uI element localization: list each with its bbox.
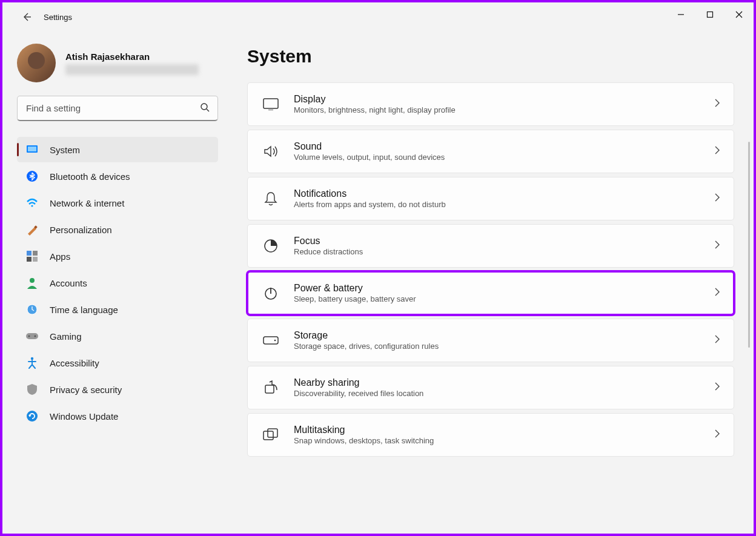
card-title: Notifications [294,188,714,199]
chevron-right-icon [714,288,720,299]
page-title: System [247,46,734,67]
svg-point-18 [27,411,38,422]
card-sound[interactable]: Sound Volume levels, output, input, soun… [247,130,734,173]
sidebar-item-accounts[interactable]: Accounts [17,270,218,296]
card-desc: Volume levels, output, input, sound devi… [294,153,714,162]
main-content: System Display Monitors, brightness, nig… [233,31,754,534]
svg-rect-7 [27,251,31,256]
svg-point-11 [30,278,35,283]
sidebar-item-system[interactable]: System [17,137,218,162]
card-notifications[interactable]: Notifications Alerts from apps and syste… [247,177,734,220]
sidebar-item-bluetooth[interactable]: Bluetooth & devices [17,164,218,189]
search-wrapper [17,96,218,121]
svg-point-5 [31,205,33,207]
settings-cards: Display Monitors, brightness, night ligh… [247,82,734,457]
sidebar-item-update[interactable]: Windows Update [17,403,218,429]
close-icon [735,11,743,18]
person-icon [25,276,39,290]
svg-rect-9 [27,257,31,262]
svg-point-1 [201,104,207,110]
sidebar-item-accessibility[interactable]: Accessibility [17,350,218,376]
svg-point-23 [274,340,276,342]
shield-icon [25,383,39,396]
close-button[interactable] [724,2,754,27]
scrollbar[interactable] [748,142,750,348]
sidebar-item-label: System [50,145,80,155]
sidebar-item-label: Accessibility [50,358,99,368]
card-focus[interactable]: Focus Reduce distractions [247,224,734,268]
clock-icon [25,303,39,316]
minimize-button[interactable] [666,2,695,27]
accessibility-icon [25,356,39,369]
svg-rect-24 [265,385,274,393]
sidebar-item-label: Bluetooth & devices [50,171,130,182]
chevron-right-icon [714,429,720,440]
sidebar-item-privacy[interactable]: Privacy & security [17,377,218,402]
svg-rect-8 [33,251,38,256]
sidebar-item-apps[interactable]: Apps [17,243,218,269]
sound-icon [261,142,280,161]
svg-rect-19 [264,99,278,108]
update-icon [25,409,39,423]
power-icon [261,283,280,303]
card-power[interactable]: Power & battery Sleep, battery usage, ba… [247,271,734,315]
card-nearby[interactable]: Nearby sharing Discoverability, received… [247,366,734,409]
sidebar-item-label: Apps [50,251,70,262]
card-title: Power & battery [294,283,714,294]
sidebar: Atish Rajasekharan System Bluetooth & de… [2,31,233,534]
arrow-left-icon [22,12,31,22]
svg-point-17 [31,357,33,360]
card-desc: Discoverability, received files location [294,389,714,398]
avatar [17,44,56,82]
chevron-right-icon [714,382,720,393]
card-multitasking[interactable]: Multitasking Snap windows, desktops, tas… [247,413,734,457]
card-desc: Monitors, brightness, night light, displ… [294,105,714,114]
card-desc: Reduce distractions [294,247,714,256]
svg-rect-26 [268,429,277,437]
sidebar-item-gaming[interactable]: Gaming [17,323,218,349]
storage-icon [261,331,280,350]
sidebar-item-label: Privacy & security [50,385,122,395]
window-controls [666,2,754,27]
user-email-redacted [65,64,199,75]
sidebar-item-label: Time & language [50,305,118,315]
card-title: Sound [294,141,714,152]
chevron-right-icon [714,99,720,110]
chevron-right-icon [714,193,720,204]
chevron-right-icon [714,240,720,251]
maximize-icon [706,11,714,18]
paintbrush-icon [25,223,39,236]
sidebar-item-label: Gaming [50,331,82,342]
search-input[interactable] [17,96,218,121]
sidebar-item-label: Network & internet [50,198,124,208]
sidebar-item-network[interactable]: Network & internet [17,190,218,216]
svg-rect-14 [26,333,38,339]
gamepad-icon [25,329,39,343]
share-icon [261,378,280,397]
card-storage[interactable]: Storage Storage space, drives, configura… [247,319,734,362]
sidebar-item-label: Windows Update [50,411,118,422]
profile-block[interactable]: Atish Rajasekharan [17,44,218,82]
card-title: Nearby sharing [294,377,714,388]
wifi-icon [25,196,39,210]
minimize-icon [677,11,685,18]
bell-icon [261,189,280,208]
svg-rect-10 [33,257,38,262]
sidebar-item-personalization[interactable]: Personalization [17,217,218,242]
sidebar-item-time[interactable]: Time & language [17,297,218,322]
app-title: Settings [44,13,72,22]
bluetooth-icon [25,170,39,183]
card-desc: Alerts from apps and system, do not dist… [294,200,714,209]
card-display[interactable]: Display Monitors, brightness, night ligh… [247,82,734,126]
maximize-button[interactable] [695,2,724,27]
search-icon [200,102,210,114]
svg-rect-22 [264,337,278,344]
card-desc: Snap windows, desktops, task switching [294,436,714,445]
svg-rect-3 [28,147,36,151]
svg-rect-0 [708,12,713,18]
chevron-right-icon [714,146,720,157]
back-button[interactable] [15,5,39,29]
system-icon [25,143,39,156]
titlebar: Settings [2,2,754,31]
nav: System Bluetooth & devices Network & int… [17,137,218,429]
